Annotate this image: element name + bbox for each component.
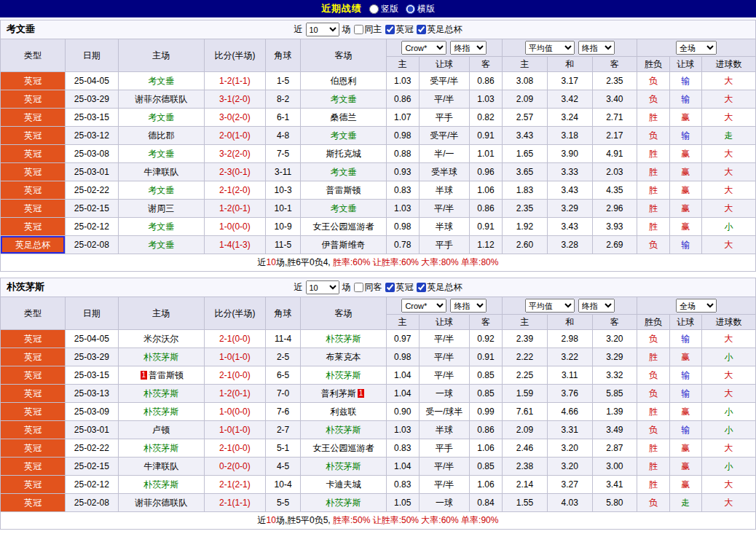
- league-type-badge[interactable]: 英冠: [1, 330, 66, 348]
- filter-checkbox-1[interactable]: 英冠: [385, 23, 414, 36]
- team-link[interactable]: 朴茨茅斯: [143, 479, 178, 490]
- average-select[interactable]: 平均值: [525, 299, 575, 313]
- team-link[interactable]: 朴茨茅斯: [326, 425, 361, 435]
- league-type-badge[interactable]: 英冠: [1, 90, 66, 109]
- team-link[interactable]: 桑德兰: [330, 112, 356, 122]
- filter-checkbox-0[interactable]: 同客: [354, 281, 382, 294]
- average-select[interactable]: 平均值: [525, 41, 575, 55]
- avg-home-odds: 1.83: [503, 181, 548, 200]
- league-type-badge[interactable]: 英冠: [1, 385, 66, 403]
- handicap-away-odds: 0.85: [469, 458, 502, 476]
- team-link[interactable]: 谢菲尔德联队: [135, 498, 187, 508]
- vertical-layout-radio[interactable]: [369, 4, 379, 14]
- team-link[interactable]: 朴茨茅斯: [326, 461, 361, 471]
- team-link[interactable]: 牛津联队: [143, 167, 178, 177]
- avg-home-odds: 2.09: [503, 90, 548, 109]
- team-link[interactable]: 朴茨茅斯: [143, 388, 178, 398]
- team-link[interactable]: 考文垂: [330, 167, 356, 177]
- team-link[interactable]: 考文垂: [148, 185, 174, 195]
- team-link[interactable]: 朴茨茅斯: [143, 352, 178, 362]
- result-goals: 走: [702, 127, 756, 145]
- team-link[interactable]: 考文垂: [330, 94, 356, 104]
- filter-checkbox-input-2[interactable]: [417, 283, 426, 292]
- league-type-badge[interactable]: 英冠: [1, 403, 66, 421]
- score-cell: 3-2(2-0): [204, 145, 265, 163]
- scope-select[interactable]: 全场: [676, 41, 717, 55]
- filter-checkbox-input-1[interactable]: [385, 25, 395, 34]
- league-type-badge[interactable]: 英冠: [1, 366, 66, 385]
- team-link[interactable]: 女王公园巡游者: [312, 221, 374, 232]
- match-count-select[interactable]: 10: [306, 23, 339, 36]
- team-link[interactable]: 谢菲尔德联队: [135, 94, 187, 104]
- team-link[interactable]: 考文垂: [148, 76, 174, 86]
- team-link[interactable]: 米尔沃尔: [143, 334, 178, 344]
- handicap-away-odds: 0.91: [469, 218, 502, 236]
- league-type-badge[interactable]: 英冠: [1, 439, 66, 458]
- team-link[interactable]: 普利茅斯: [321, 388, 356, 398]
- team-link[interactable]: 利兹联: [330, 407, 356, 417]
- team-link[interactable]: 谢周三: [148, 203, 174, 213]
- handicap-home-odds: 0.98: [386, 218, 419, 236]
- team-link[interactable]: 朴茨茅斯: [326, 498, 361, 508]
- team-link[interactable]: 朴茨茅斯: [143, 407, 178, 417]
- team-link[interactable]: 牛津联队: [143, 461, 178, 471]
- league-type-badge[interactable]: 英冠: [1, 200, 66, 218]
- team-link[interactable]: 考文垂: [148, 112, 174, 122]
- filter-checkbox-2[interactable]: 英足总杯: [417, 281, 462, 294]
- bookmaker-select[interactable]: Crow*: [401, 299, 446, 313]
- team-link[interactable]: 普雷斯顿: [326, 185, 361, 195]
- filter-checkbox-input-0[interactable]: [354, 283, 363, 292]
- team-link[interactable]: 朴茨茅斯: [326, 370, 361, 380]
- final-odds-select-2[interactable]: 终指: [578, 299, 615, 313]
- away-team-cell: 朴茨茅斯: [301, 494, 386, 512]
- team-link[interactable]: 朴茨茅斯: [326, 334, 361, 344]
- filter-checkbox-input-2[interactable]: [417, 25, 426, 34]
- bookmaker-select[interactable]: Crow*: [401, 41, 446, 55]
- team-link[interactable]: 考文垂: [330, 203, 356, 213]
- result-outcome: 胜: [637, 163, 669, 181]
- league-type-badge[interactable]: 英冠: [1, 181, 66, 200]
- team-link[interactable]: 考文垂: [148, 240, 174, 250]
- average-odds-selects: 平均值终指: [503, 41, 636, 55]
- league-type-badge[interactable]: 英冠: [1, 494, 66, 512]
- team-link[interactable]: 布莱克本: [326, 352, 361, 362]
- team-link[interactable]: 考文垂: [148, 149, 174, 159]
- team-link[interactable]: 伊普斯维奇: [321, 240, 365, 250]
- filter-checkbox-0[interactable]: 同主: [354, 23, 382, 36]
- league-type-badge[interactable]: 英冠: [1, 127, 66, 145]
- team-link[interactable]: 朴茨茅斯: [143, 443, 178, 453]
- scope-select[interactable]: 全场: [676, 299, 717, 313]
- league-type-badge[interactable]: 英冠: [1, 348, 66, 366]
- team-link[interactable]: 伯恩利: [330, 76, 356, 86]
- layout-option-vertical[interactable]: 竖版: [369, 3, 398, 15]
- league-type-badge[interactable]: 英冠: [1, 109, 66, 127]
- filter-checkbox-2[interactable]: 英足总杯: [417, 23, 462, 36]
- league-type-badge[interactable]: 英冠: [1, 145, 66, 163]
- league-type-badge[interactable]: 英冠: [1, 218, 66, 236]
- filter-checkbox-input-1[interactable]: [385, 283, 395, 292]
- final-odds-select-2[interactable]: 终指: [578, 41, 615, 55]
- team-link[interactable]: 女王公园巡游者: [312, 443, 374, 453]
- league-type-badge[interactable]: 英冠: [1, 421, 66, 439]
- team-link[interactable]: 普雷斯顿: [149, 370, 184, 380]
- team-link[interactable]: 考文垂: [330, 130, 356, 141]
- team-link[interactable]: 德比郡: [148, 130, 174, 141]
- final-odds-select[interactable]: 终指: [450, 41, 487, 55]
- league-type-badge[interactable]: 英冠: [1, 72, 66, 90]
- avg-away-odds: 3.00: [592, 458, 637, 476]
- team-link[interactable]: 卢顿: [152, 425, 170, 435]
- team-link[interactable]: 斯托克城: [326, 149, 361, 159]
- final-odds-select[interactable]: 终指: [450, 299, 487, 313]
- team-link[interactable]: 考文垂: [148, 221, 174, 232]
- handicap-line: 平手: [420, 236, 470, 254]
- layout-option-horizontal[interactable]: 横版: [406, 3, 435, 15]
- match-count-select[interactable]: 10: [306, 280, 339, 294]
- team-link[interactable]: 卡迪夫城: [326, 479, 361, 490]
- filter-checkbox-1[interactable]: 英冠: [385, 281, 414, 294]
- horizontal-layout-radio[interactable]: [406, 4, 415, 14]
- league-type-badge[interactable]: 英冠: [1, 476, 66, 494]
- league-type-badge[interactable]: 英足总杯: [1, 236, 66, 254]
- league-type-badge[interactable]: 英冠: [1, 163, 66, 181]
- league-type-badge[interactable]: 英冠: [1, 458, 66, 476]
- filter-checkbox-input-0[interactable]: [354, 25, 363, 34]
